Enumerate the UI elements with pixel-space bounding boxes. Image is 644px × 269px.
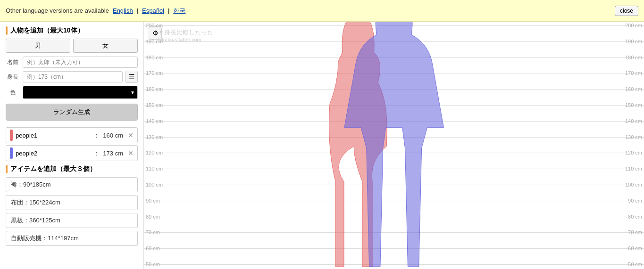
person1-color-bar [10,130,13,141]
grid-line-130 [144,137,644,138]
person1-delete-button[interactable]: ✕ [128,131,134,139]
lang-english-link[interactable]: English [113,7,133,14]
grid-label-left-190: 190 cm [146,39,163,44]
people-section-label: 人物を追加（最大10体） [10,26,84,35]
item-entry-0[interactable]: 褥：90*185cm [6,177,138,192]
grid-line-100 [144,185,644,185]
male-button[interactable]: 男 [6,39,70,53]
gender-buttons: 男 女 [6,39,138,53]
people-list: people1 : 160 cm ✕ people2 : 173 cm ✕ [6,127,138,161]
grid-line-110 [144,169,644,169]
grid-label-left-80: 80 cm [146,214,160,220]
grid-label-right-60: 60 cm [628,245,642,251]
color-label: 色 [6,89,20,97]
grid-line-90 [144,201,644,201]
banner-text: Other language versions are available [6,7,109,14]
name-label: 名前 [6,58,20,66]
grid-line-190 [144,41,644,42]
person2-delete-button[interactable]: ✕ [128,149,134,157]
grid-label-right-160: 160 cm [625,86,642,92]
grid-label-right-190: 190 cm [625,39,642,44]
section-bar-items [6,165,8,173]
grid-label-right-200: 200 cm [625,23,642,28]
grid-label-left-70: 70 cm [146,229,160,235]
grid-label-left-100: 100 cm [146,182,163,187]
grid-label-left-120: 120 cm [146,150,163,155]
color-box[interactable] [23,86,138,99]
person1-height: 160 cm [103,132,123,139]
grid-label-right-100: 100 cm [625,182,642,187]
person2-color-bar [10,147,13,159]
grid-label-left-140: 140 cm [146,118,163,124]
people-section-header: 人物を追加（最大10体） [6,26,138,35]
random-generate-button[interactable]: ランダム生成 [6,104,138,121]
grid-line-80 [144,217,644,217]
grid-label-left-170: 170 cm [146,70,163,76]
person2-height: 173 cm [103,150,123,157]
grid-container: 200 cm200 cm190 cm190 cm180 cm180 cm170 … [144,22,644,269]
female-button[interactable]: 女 [73,39,138,53]
grid-label-left-50: 50 cm [146,261,160,267]
person1-name: people1 [16,132,93,139]
height-list-icon[interactable]: ☰ [125,71,138,83]
grid-label-right-150: 150 cm [625,102,642,108]
height-input-row: 身長 ☰ [6,71,138,83]
grid-line-120 [144,153,644,153]
grid-label-right-50: 50 cm [628,261,642,267]
person2-name: people2 [16,150,93,157]
color-row: 色 ▼ [6,86,138,99]
items-section-header: アイテムを追加（最大３個） [6,165,138,173]
name-input[interactable] [23,57,138,68]
grid-label-right-70: 70 cm [628,229,642,235]
grid-line-180 [144,57,644,58]
items-section-label: アイテムを追加（最大３個） [10,165,96,173]
grid-line-140 [144,121,644,122]
grid-label-right-110: 110 cm [625,166,642,171]
grid-label-right-140: 140 cm [625,118,642,124]
grid-line-70 [144,232,644,233]
person-entry-1: people1 : 160 cm ✕ [6,127,138,143]
grid-line-60 [144,248,644,249]
height-input[interactable] [23,71,123,82]
main-layout: 人物を追加（最大10体） 男 女 名前 身長 ☰ 色 ▼ ランダム生成 [0,22,644,269]
grid-line-150 [144,105,644,106]
grid-label-right-80: 80 cm [628,214,642,220]
item-entry-2[interactable]: 黒板：360*125cm [6,213,138,228]
name-input-row: 名前 [6,57,138,68]
left-panel: 人物を追加（最大10体） 男 女 名前 身長 ☰ 色 ▼ ランダム生成 [0,22,144,269]
grid-label-right-170: 170 cm [625,70,642,76]
color-select-wrapper[interactable]: ▼ [23,86,138,99]
grid-label-left-150: 150 cm [146,102,163,108]
grid-label-right-130: 130 cm [625,134,642,140]
grid-label-right-180: 180 cm [625,55,642,60]
height-label: 身長 [6,73,20,81]
grid-label-left-180: 180 cm [146,55,163,60]
lang-korean-link[interactable]: 한국 [173,7,185,15]
section-bar-people [6,26,8,35]
grid-label-left-110: 110 cm [146,166,163,171]
lang-spanish-link[interactable]: Español [142,7,164,14]
grid-label-left-60: 60 cm [146,245,160,251]
close-banner-button[interactable]: close [615,6,638,16]
right-panel: ⚙ ＃身長比較したった hikaku-sitatter.com 200 cm20… [144,22,644,269]
grid-line-160 [144,89,644,90]
grid-label-left-160: 160 cm [146,86,163,92]
grid-line-50 [144,264,644,265]
item-entry-1[interactable]: 布団：150*224cm [6,195,138,210]
language-banner: Other language versions are available En… [0,0,644,22]
grid-label-right-90: 90 cm [628,198,642,204]
grid-label-left-90: 90 cm [146,198,160,204]
grid-line-200 [144,25,644,26]
grid-label-left-200: 200 cm [146,23,163,28]
grid-label-right-120: 120 cm [625,150,642,155]
item-entry-3[interactable]: 自動販売機：114*197cm [6,231,138,246]
person-entry-2: people2 : 173 cm ✕ [6,145,138,161]
grid-label-left-130: 130 cm [146,134,163,140]
grid-line-170 [144,73,644,73]
